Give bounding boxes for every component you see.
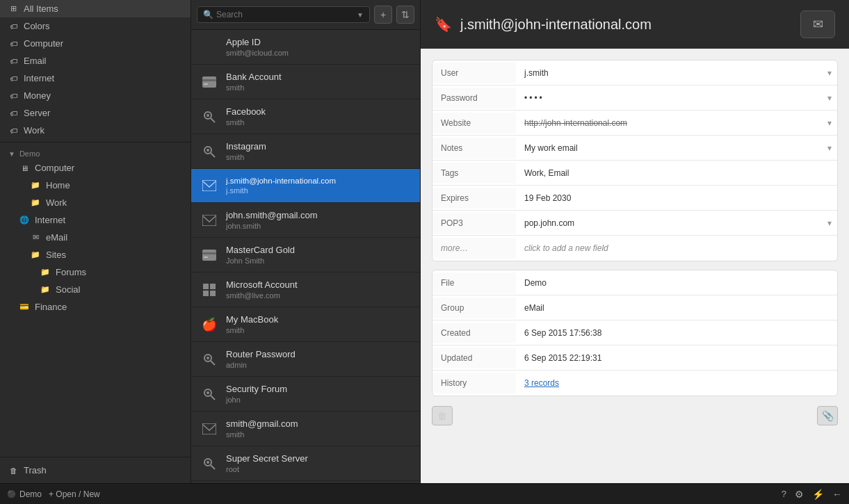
delete-button[interactable]: 🗑 [432, 406, 453, 425]
key-icon [200, 142, 219, 161]
svg-rect-24 [202, 423, 216, 434]
open-new-button[interactable]: + Open / New [49, 489, 775, 499]
list-item-router[interactable]: Router Password admin [191, 342, 420, 377]
tag-icon: 🏷 [8, 91, 18, 101]
svg-rect-17 [210, 291, 216, 296]
bottom-bar-right: ? ⚙ ⚡ ← [782, 489, 842, 500]
item-sub: john.smith [226, 222, 412, 230]
sidebar-item-demo-finance[interactable]: 💳 Finance [0, 298, 191, 316]
list-item-super-secret[interactable]: Super Secret Server root [191, 446, 420, 481]
settings-button[interactable]: ⚙ [795, 489, 804, 500]
list-item-j-smith-email[interactable]: j.smith@john-international.com j.smith [191, 169, 420, 203]
list-item-john-gmail[interactable]: john.smith@gmail.com john.smith [191, 203, 420, 238]
sidebar-item-demo-social[interactable]: 📁 Social [0, 281, 191, 298]
pop3-value: pop.john.com [516, 213, 822, 234]
list-item-microsoft[interactable]: Microsoft Account smith@live.com [191, 273, 420, 307]
detail-row-pop3: POP3 pop.john.com ▾ [432, 211, 837, 236]
sidebar-item-demo-internet[interactable]: 🌐 Internet [0, 211, 191, 229]
sidebar-label-money: Money [24, 90, 51, 101]
list-item-bank-account[interactable]: Bank Account smith [191, 65, 420, 99]
sidebar-item-demo-computer[interactable]: 🖥 Computer [0, 159, 191, 177]
sidebar-item-all-items[interactable]: ⊞ All Items [0, 0, 191, 17]
sidebar-item-computer[interactable]: 🏷 Computer [0, 35, 191, 52]
expand-password-button[interactable]: ▾ [822, 88, 837, 108]
list-item-mastercard[interactable]: MasterCard Gold John Smith [191, 238, 420, 273]
sidebar-section-demo[interactable]: ▼ Demo [0, 145, 191, 159]
folder-icon: 📁 [31, 181, 40, 190]
add-button[interactable]: + [374, 6, 392, 24]
send-email-button[interactable]: ✉ [800, 10, 835, 38]
sidebar-item-demo-forums[interactable]: 📁 Forums [0, 263, 191, 281]
list-item-apple-id[interactable]: Apple ID smith@icloud.com [191, 30, 420, 65]
list-item-facebook[interactable]: Facebook smith [191, 99, 420, 134]
search-box[interactable]: 🔍 ▼ [197, 6, 370, 23]
sidebar-item-money[interactable]: 🏷 Money [0, 87, 191, 104]
detail-row-notes: Notes My work email ▾ [432, 136, 837, 161]
sidebar-item-demo-home[interactable]: 📁 Home [0, 177, 191, 194]
attach-button[interactable]: 📎 [817, 406, 838, 425]
bottom-bar-demo: ⚫ Demo [7, 489, 42, 499]
svg-line-20 [211, 361, 215, 365]
item-sub: smith [226, 430, 412, 439]
updated-label: Updated [432, 348, 516, 368]
expand-user-button[interactable]: ▾ [822, 63, 837, 83]
card-icon: 💳 [19, 302, 29, 312]
expand-notes-button[interactable]: ▾ [822, 138, 837, 158]
group-label: Group [432, 298, 516, 318]
sidebar-label-all-items: All Items [24, 3, 58, 14]
sidebar-item-trash[interactable]: 🗑 Trash [0, 462, 191, 479]
tag-icon: 🏷 [8, 56, 18, 66]
search-input[interactable] [216, 10, 354, 19]
sort-button[interactable]: ⇅ [396, 6, 414, 24]
folder-icon: 📁 [40, 268, 50, 277]
expand-pop3-button[interactable]: ▾ [822, 213, 837, 234]
sidebar-item-internet[interactable]: 🏷 Internet [0, 70, 191, 87]
sidebar-demo-forums-label: Forums [56, 267, 86, 277]
lightning-button[interactable]: ⚡ [812, 489, 824, 500]
svg-rect-15 [210, 284, 216, 289]
sidebar-label-colors: Colors [24, 21, 50, 31]
history-value[interactable]: 3 records [516, 373, 837, 393]
key-icon [200, 454, 219, 473]
list-item-smith-gmail[interactable]: smith@gmail.com smith [191, 412, 420, 446]
expires-value: 19 Feb 2030 [516, 188, 837, 209]
email-icon [200, 211, 219, 230]
sidebar-item-work[interactable]: 🏷 Work [0, 122, 191, 139]
sidebar-item-demo-work[interactable]: 📁 Work [0, 194, 191, 211]
search-icon: 🔍 [203, 10, 213, 19]
sidebar-demo-home-label: Home [46, 180, 70, 190]
item-sub: smith [226, 118, 412, 127]
list-item-security-forum[interactable]: Security Forum john [191, 377, 420, 412]
sidebar-item-demo-email[interactable]: ✉ eMail [0, 229, 191, 246]
file-label: File [432, 273, 516, 293]
item-sub: j.smith [226, 186, 412, 195]
sidebar-item-demo-sites[interactable]: 📁 Sites [0, 246, 191, 263]
item-sub: root [226, 465, 412, 473]
group-value: eMail [516, 298, 837, 318]
apple-icon: 🍎 [200, 315, 219, 334]
dropdown-arrow-icon[interactable]: ▼ [357, 11, 364, 19]
svg-rect-2 [204, 83, 208, 85]
back-button[interactable]: ← [832, 489, 842, 500]
list-item-macbook[interactable]: 🍎 My MacBook smith [191, 307, 420, 342]
sidebar-item-email[interactable]: 🏷 Email [0, 52, 191, 70]
svg-rect-11 [202, 250, 216, 261]
website-value[interactable]: http://john-international.com [516, 113, 822, 133]
created-value: 6 Sep 2015 17:56:38 [516, 323, 837, 343]
key-icon [200, 384, 219, 404]
svg-rect-10 [202, 215, 216, 226]
more-label[interactable]: more… [432, 238, 516, 259]
list-item-instagram[interactable]: Instagram smith [191, 134, 420, 169]
expand-website-button[interactable]: ▾ [822, 113, 837, 133]
folder-icon: 📁 [31, 250, 40, 260]
svg-rect-13 [204, 257, 208, 258]
detail-row-created: Created 6 Sep 2015 17:56:38 [432, 320, 837, 346]
computer-icon: 🖥 [19, 163, 29, 173]
add-field-value[interactable]: click to add a new field [516, 238, 837, 259]
detail-body: User j.smith ▾ Password •••• ▾ Website h… [421, 49, 849, 483]
help-button[interactable]: ? [782, 489, 786, 499]
sidebar-item-colors[interactable]: 🏷 Colors [0, 17, 191, 35]
sidebar-label-computer: Computer [24, 38, 63, 49]
sidebar-item-server[interactable]: 🏷 Server [0, 104, 191, 122]
tag-icon: 🏷 [8, 22, 18, 31]
